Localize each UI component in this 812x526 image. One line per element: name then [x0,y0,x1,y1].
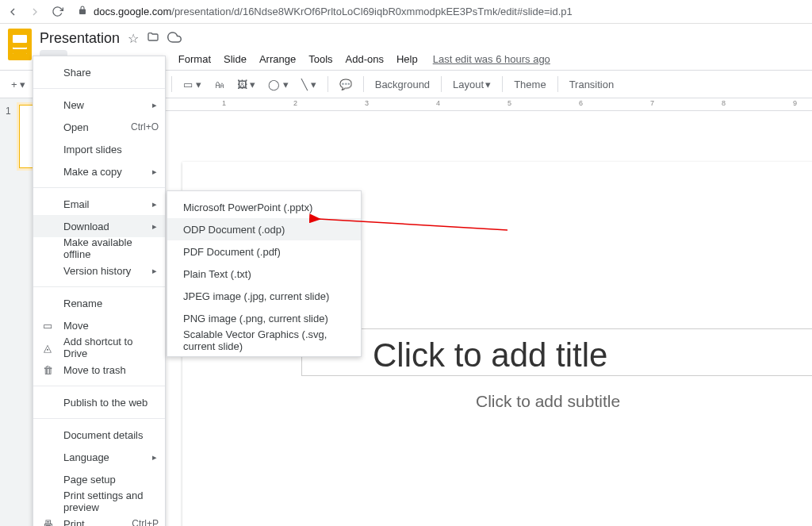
chevron-right-icon: ▸ [152,452,157,463]
thumb-number: 1 [6,106,11,117]
drive-shortcut-icon: ◬ [41,342,54,354]
download-submenu: Microsoft PowerPoint (.pptx) ODP Documen… [167,190,362,357]
cloud-status-icon[interactable] [167,30,182,48]
theme-button[interactable]: Theme [509,75,550,94]
browser-bar: docs.google.com/presentation/d/16Ndse8WK… [0,0,812,24]
print-icon: 🖶 [41,518,54,527]
lock-icon [78,6,87,17]
separator [33,88,165,89]
new-slide-button[interactable]: + ▾ [6,75,30,94]
select-tool-icon[interactable]: ▭ ▾ [178,75,206,94]
image-icon[interactable]: 🖼 ▾ [232,75,261,94]
star-icon[interactable]: ☆ [128,31,139,46]
menu-arrange[interactable]: Arrange [254,50,301,68]
download-txt[interactable]: Plain Text (.txt) [167,263,361,285]
forward-icon[interactable] [29,6,41,18]
separator [441,76,442,92]
doc-title[interactable]: Presentation [40,29,120,48]
separator [327,76,328,92]
menu-format[interactable]: Format [173,50,216,68]
back-icon[interactable] [6,6,19,18]
url-host: docs.google.com [94,6,171,17]
download-png[interactable]: PNG image (.png, current slide) [167,307,361,329]
menu-make-copy[interactable]: Make a copy▸ [33,160,165,182]
textbox-icon[interactable]: 🗛 [209,75,229,94]
separator [557,76,558,92]
separator [363,76,364,92]
slide-subtitle-placeholder[interactable]: Click to add subtitle [476,392,620,411]
chevron-right-icon: ▸ [152,221,157,232]
menu-download[interactable]: Download▸ [33,215,165,237]
menu-rename[interactable]: Rename [33,292,165,314]
shape-icon[interactable]: ◯ ▾ [263,75,293,94]
separator [33,187,165,188]
menu-offline[interactable]: Make available offline [33,237,165,259]
menu-trash[interactable]: 🗑Move to trash [33,359,165,381]
menu-new[interactable]: New▸ [33,94,165,116]
menu-print-preview[interactable]: Print settings and preview [33,490,165,513]
menu-version-history[interactable]: Version history▸ [33,259,165,282]
download-jpg[interactable]: JPEG image (.jpg, current slide) [167,285,361,307]
menu-language[interactable]: Language▸ [33,446,165,468]
ruler-horizontal: 1 2 3 4 5 6 7 8 9 10 [135,98,812,111]
last-edit-link[interactable]: Last edit was 6 hours ago [433,53,550,65]
trash-icon: 🗑 [41,364,54,376]
menu-page-setup[interactable]: Page setup [33,468,165,490]
url-bar[interactable]: docs.google.com/presentation/d/16Ndse8WK… [73,6,806,17]
menu-open[interactable]: OpenCtrl+O [33,116,165,138]
separator [33,386,165,386]
chevron-right-icon: ▸ [152,199,157,209]
chevron-right-icon: ▸ [152,100,157,110]
menu-doc-details[interactable]: Document details [33,424,165,446]
slide-title-placeholder[interactable]: Click to add title [373,336,607,374]
url-path: /presentation/d/16Ndse8WKrOf6PrltoLoCl69… [171,6,572,17]
separator [33,418,165,419]
menu-move[interactable]: ▭Move [33,314,165,336]
chevron-right-icon: ▸ [152,266,157,276]
download-pdf[interactable]: PDF Document (.pdf) [167,240,361,263]
separator [502,76,503,92]
file-menu-dropdown: Share New▸ OpenCtrl+O Import slides Make… [33,56,166,526]
separator [33,286,165,287]
menu-import-slides[interactable]: Import slides [33,138,165,160]
menu-slide[interactable]: Slide [218,50,252,68]
move-folder-icon[interactable] [147,31,159,47]
comment-icon[interactable]: 💬 [335,75,357,94]
menu-help[interactable]: Help [391,50,423,68]
menu-email[interactable]: Email▸ [33,193,165,215]
download-odp[interactable]: ODP Document (.odp) [167,218,361,240]
chevron-right-icon: ▸ [152,167,157,177]
separator [171,76,172,92]
menu-publish[interactable]: Publish to the web [33,391,165,413]
background-button[interactable]: Background [370,75,435,94]
menu-add-shortcut[interactable]: ◬Add shortcut to Drive [33,336,165,359]
download-pptx[interactable]: Microsoft PowerPoint (.pptx) [167,196,361,218]
transition-button[interactable]: Transition [565,75,619,94]
folder-move-icon: ▭ [41,320,54,332]
menu-tools[interactable]: Tools [303,50,338,68]
layout-button[interactable]: Layout ▾ [448,75,496,94]
slides-logo-icon[interactable] [8,29,32,60]
menu-addons[interactable]: Add-ons [340,50,389,68]
reload-icon[interactable] [51,6,63,18]
download-svg[interactable]: Scalable Vector Graphics (.svg, current … [167,329,361,351]
line-icon[interactable]: ╲ ▾ [297,75,321,94]
menu-share[interactable]: Share [33,61,165,83]
menu-print[interactable]: 🖶PrintCtrl+P [33,513,165,526]
